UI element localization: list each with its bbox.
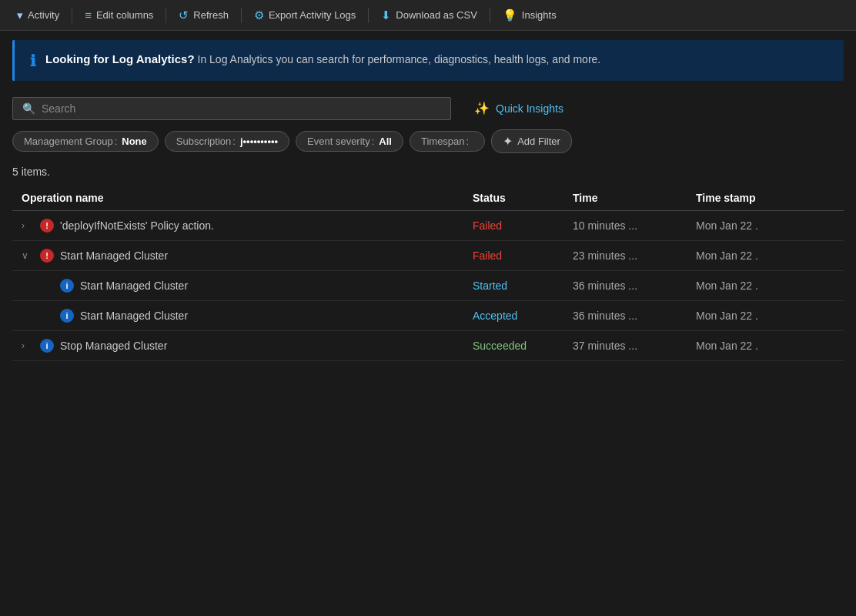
row-time-5: 37 minutes ... xyxy=(573,340,696,352)
filter-value-management-group: None xyxy=(122,136,147,147)
row-expand-icon-1[interactable]: › xyxy=(22,220,34,231)
row-name-5: › i Stop Managed Cluster xyxy=(22,339,473,353)
toolbar: ▾ Activity ≡ Edit columns ↺ Refresh ⚙ Ex… xyxy=(0,0,856,31)
info-banner: ℹ Looking for Log Analytics? In Log Anal… xyxy=(12,40,844,81)
filter-key-management-group: Management Group xyxy=(24,136,113,147)
row-status-1: Failed xyxy=(473,219,573,232)
quick-insights-icon: ✨ xyxy=(474,101,490,116)
search-row: 🔍 ✨ Quick Insights xyxy=(0,90,856,129)
add-filter-icon: ✦ xyxy=(503,134,513,149)
toolbar-divider-1 xyxy=(72,8,72,23)
filter-chip-management-group[interactable]: Management Group : None xyxy=(12,131,159,152)
search-box-container: 🔍 xyxy=(12,97,451,120)
row-name-4: i Start Managed Cluster xyxy=(22,309,473,323)
info-banner-title: Looking for Log Analytics? xyxy=(45,52,195,65)
add-filter-label: Add Filter xyxy=(517,136,560,147)
row-status-2: Failed xyxy=(473,249,573,262)
row-expand-icon-5[interactable]: › xyxy=(22,340,34,351)
toolbar-item-activity[interactable]: ▾ Activity xyxy=(6,0,70,30)
table-row[interactable]: › ! 'deployIfNotExists' Policy action. F… xyxy=(12,211,844,241)
toolbar-item-insights[interactable]: 💡 Insights xyxy=(492,0,567,30)
row-info-icon-5: i xyxy=(40,339,54,353)
row-operation-1: 'deployIfNotExists' Policy action. xyxy=(60,219,214,232)
row-info-icon-3: i xyxy=(60,279,74,293)
row-operation-4: Start Managed Cluster xyxy=(80,310,188,322)
row-timestamp-3: Mon Jan 22 . xyxy=(696,280,834,292)
table-row[interactable]: i Start Managed Cluster Accepted 36 minu… xyxy=(12,301,844,331)
search-icon: 🔍 xyxy=(22,102,35,115)
table-row[interactable]: ∨ ! Start Managed Cluster Failed 23 minu… xyxy=(12,241,844,271)
table-container: Operation name Status Time Time stamp › … xyxy=(0,186,856,361)
filter-value-event-severity: All xyxy=(379,136,392,147)
export-settings-icon: ⚙ xyxy=(254,8,264,22)
toolbar-activity-label: Activity xyxy=(28,9,59,21)
filter-key-subscription: Subscription xyxy=(176,136,232,147)
row-operation-2: Start Managed Cluster xyxy=(60,249,168,262)
row-timestamp-2: Mon Jan 22 . xyxy=(696,249,834,262)
insights-icon: 💡 xyxy=(503,8,517,22)
row-name-1: › ! 'deployIfNotExists' Policy action. xyxy=(22,219,473,233)
quick-insights-label: Quick Insights xyxy=(496,102,563,115)
filter-row: Management Group : None Subscription : j… xyxy=(0,129,856,162)
row-status-5: Succeeded xyxy=(473,340,573,352)
refresh-icon: ↺ xyxy=(179,8,189,22)
download-icon: ⬇ xyxy=(381,8,391,22)
filter-value-subscription: j•••••••••• xyxy=(240,136,278,147)
toolbar-item-download-csv[interactable]: ⬇ Download as CSV xyxy=(370,0,488,30)
filter-chip-timespan[interactable]: Timespan : xyxy=(410,131,485,152)
row-expand-icon-2[interactable]: ∨ xyxy=(22,250,34,261)
table-row[interactable]: i Start Managed Cluster Started 36 minut… xyxy=(12,271,844,301)
col-header-operation-name: Operation name xyxy=(22,192,473,204)
row-time-4: 36 minutes ... xyxy=(573,310,696,322)
items-count: 5 items. xyxy=(0,162,856,186)
info-banner-body: In Log Analytics you can search for perf… xyxy=(195,53,601,65)
filter-key-timespan: Timespan xyxy=(421,136,465,147)
row-info-icon-4: i xyxy=(60,309,74,323)
row-error-icon-2: ! xyxy=(40,249,54,263)
row-timestamp-5: Mon Jan 22 . xyxy=(696,340,834,352)
filter-key-event-severity: Event severity xyxy=(307,136,370,147)
row-status-3: Started xyxy=(473,280,573,292)
row-operation-5: Stop Managed Cluster xyxy=(60,340,167,352)
info-banner-icon: ℹ xyxy=(30,52,36,70)
toolbar-export-label: Export Activity Logs xyxy=(269,9,356,21)
toolbar-item-edit-columns[interactable]: ≡ Edit columns xyxy=(74,0,164,30)
row-error-icon-1: ! xyxy=(40,219,54,233)
row-timestamp-4: Mon Jan 22 . xyxy=(696,310,834,322)
toolbar-divider-4 xyxy=(368,8,369,23)
add-filter-button[interactable]: ✦ Add Filter xyxy=(491,129,572,153)
toolbar-item-refresh[interactable]: ↺ Refresh xyxy=(168,0,239,30)
info-banner-text: Looking for Log Analytics? In Log Analyt… xyxy=(45,51,600,69)
toolbar-divider-2 xyxy=(166,8,166,23)
toolbar-edit-columns-label: Edit columns xyxy=(96,9,153,21)
table-row[interactable]: › i Stop Managed Cluster Succeeded 37 mi… xyxy=(12,331,844,361)
col-header-time: Time xyxy=(573,192,696,204)
toolbar-divider-5 xyxy=(490,8,490,23)
row-name-2: ∨ ! Start Managed Cluster xyxy=(22,249,473,263)
toolbar-insights-label: Insights xyxy=(522,9,557,21)
toolbar-refresh-label: Refresh xyxy=(193,9,229,21)
row-name-3: i Start Managed Cluster xyxy=(22,279,473,293)
row-operation-3: Start Managed Cluster xyxy=(80,280,188,292)
col-header-timestamp: Time stamp xyxy=(696,192,834,204)
row-time-3: 36 minutes ... xyxy=(573,280,696,292)
filter-chip-event-severity[interactable]: Event severity : All xyxy=(296,131,403,152)
filter-chip-subscription[interactable]: Subscription : j•••••••••• xyxy=(165,131,289,152)
edit-columns-icon: ≡ xyxy=(85,8,92,22)
col-header-status: Status xyxy=(473,192,573,204)
row-time-2: 23 minutes ... xyxy=(573,249,696,262)
table-header: Operation name Status Time Time stamp xyxy=(12,186,844,211)
quick-insights-button[interactable]: ✨ Quick Insights xyxy=(466,96,571,120)
row-time-1: 10 minutes ... xyxy=(573,219,696,232)
row-status-4: Accepted xyxy=(473,310,573,322)
search-input[interactable] xyxy=(42,102,441,115)
dropdown-icon: ▾ xyxy=(17,8,23,22)
toolbar-item-export-logs[interactable]: ⚙ Export Activity Logs xyxy=(243,0,366,30)
toolbar-divider-3 xyxy=(241,8,242,23)
toolbar-download-label: Download as CSV xyxy=(396,9,477,21)
row-timestamp-1: Mon Jan 22 . xyxy=(696,219,834,232)
